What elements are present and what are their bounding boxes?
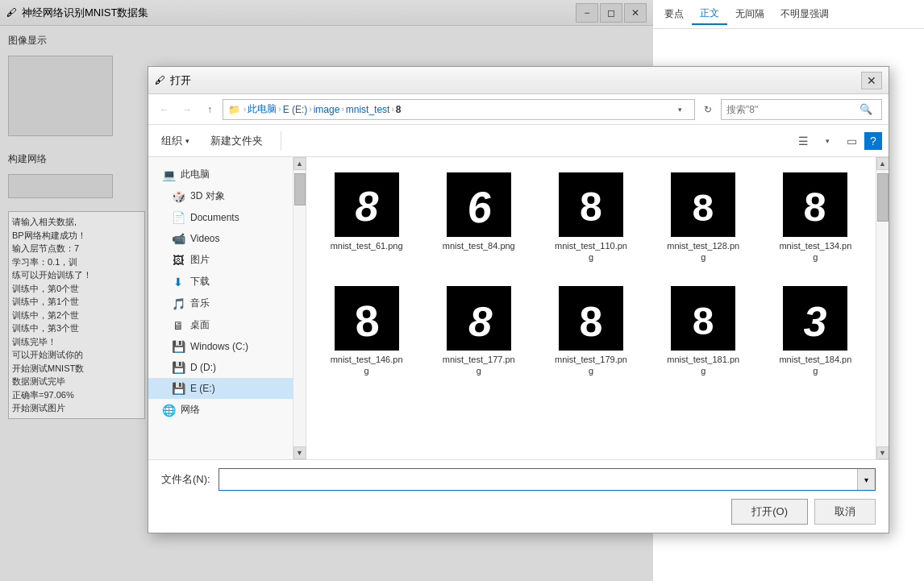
search-bar: 🔍 — [721, 99, 882, 120]
open-button[interactable]: 打开(O) — [731, 499, 808, 525]
sidebar-item-d-label: D (D:) — [190, 362, 216, 373]
file-open-dialog: 🖋 打开 ✕ ← → ↑ 📁 › 此电脑 › E (E:) › image › … — [148, 66, 889, 533]
sidebar-item-computer-label: 此电脑 — [181, 168, 210, 181]
sidebar-item-network-label: 网络 — [181, 403, 200, 417]
nav-up-button[interactable]: ↑ — [200, 100, 219, 119]
file-item-8[interactable]: 8 mnist_test_181.png — [651, 279, 755, 384]
filename-dropdown-button[interactable]: ▾ — [857, 469, 875, 490]
file-thumbnail-8: 8 — [671, 286, 735, 351]
file-name-2: mnist_test_110.png — [555, 240, 627, 264]
breadcrumb-drive[interactable]: E (E:) — [283, 104, 308, 115]
scroll-up-button[interactable]: ▲ — [293, 157, 306, 170]
scroll-thumb-right — [877, 173, 889, 222]
scroll-up-right-button[interactable]: ▲ — [876, 157, 889, 170]
breadcrumb-computer[interactable]: 此电脑 — [248, 102, 277, 116]
dialog-footer: 文件名(N): ▾ 打开(O) 取消 — [148, 459, 889, 533]
sidebar-item-music-label: 音乐 — [190, 297, 210, 310]
sidebar-item-music[interactable]: 🎵 音乐 — [148, 293, 293, 314]
dialog-close-button[interactable]: ✕ — [861, 72, 882, 89]
dialog-title-left: 🖋 打开 — [155, 73, 191, 88]
sidebar-item-documents[interactable]: 📄 Documents — [148, 207, 293, 228]
network-icon: 🌐 — [161, 404, 176, 417]
footer-buttons: 打开(O) 取消 — [161, 499, 876, 525]
breadcrumb-current: 8 — [396, 104, 402, 115]
scroll-down-button-left[interactable]: ▼ — [293, 446, 306, 459]
file-item-9[interactable]: 3 mnist_test_184.png — [764, 279, 868, 384]
downloads-icon: ⬇ — [171, 276, 185, 288]
organize-button[interactable]: 组织 ▾ — [155, 131, 196, 151]
sidebar-item-pictures[interactable]: 🖼 图片 — [148, 249, 293, 271]
computer-icon: 💻 — [161, 168, 176, 181]
file-name-7: mnist_test_179.png — [555, 354, 627, 377]
breadcrumb-image[interactable]: image — [314, 104, 340, 115]
nav-forward-button[interactable]: → — [177, 100, 197, 119]
help-button[interactable]: ? — [864, 132, 882, 150]
documents-icon: 📄 — [171, 211, 185, 224]
sidebar-item-desktop[interactable]: 🖥 桌面 — [148, 314, 293, 336]
file-item-5[interactable]: 8 mnist_test_146.png — [314, 279, 418, 384]
sidebar-item-downloads-label: 下载 — [190, 275, 210, 288]
sidebar-item-d-drive[interactable]: 💾 D (D:) — [148, 357, 293, 378]
sidebar-item-3d[interactable]: 🎲 3D 对象 — [148, 185, 293, 207]
breadcrumb-dropdown-button[interactable]: ▾ — [670, 100, 689, 119]
toolbar-separator — [281, 131, 281, 151]
svg-text:3: 3 — [804, 298, 827, 345]
dialog-sidebar: 💻 此电脑 🎲 3D 对象 📄 Documents 📹 Videos 🖼 图片 … — [148, 157, 293, 459]
file-item-4[interactable]: 8 mnist_test_134.png — [764, 165, 868, 271]
sidebar-item-e-drive[interactable]: 💾 E (E:) — [148, 378, 293, 399]
new-folder-button[interactable]: 新建文件夹 — [202, 131, 271, 151]
organize-dropdown-icon: ▾ — [185, 137, 189, 145]
file-name-3: mnist_test_128.png — [667, 240, 739, 264]
right-toolbar: 要点 正文 无间隔 不明显强调 — [653, 0, 924, 29]
sidebar-item-documents-label: Documents — [190, 212, 239, 223]
file-thumbnail-3: 8 — [671, 172, 735, 237]
nav-refresh-button[interactable]: ↻ — [698, 100, 718, 119]
pane-icon: ▭ — [847, 135, 857, 147]
sidebar-item-computer[interactable]: 💻 此电脑 — [148, 164, 293, 185]
sidebar-item-3d-label: 3D 对象 — [190, 189, 225, 203]
toolbar-bumingxian[interactable]: 不明显强调 — [772, 4, 837, 24]
file-name-4: mnist_test_134.png — [779, 240, 851, 264]
file-name-1: mnist_test_84.png — [443, 240, 515, 251]
file-name-6: mnist_test_177.png — [443, 354, 515, 377]
sidebar-item-e-label: E (E:) — [190, 383, 215, 394]
sidebar-item-downloads[interactable]: ⬇ 下载 — [148, 271, 293, 293]
sidebar-item-network[interactable]: 🌐 网络 — [148, 399, 293, 421]
toolbar-wujiange[interactable]: 无间隔 — [727, 4, 772, 24]
nav-back-button[interactable]: ← — [155, 100, 174, 119]
file-item-1[interactable]: 6 mnist_test_84.png — [427, 165, 531, 271]
file-item-6[interactable]: 8 mnist_test_177.png — [427, 279, 531, 384]
file-item-2[interactable]: 8 mnist_test_110.png — [539, 165, 643, 271]
view-pane-button[interactable]: ▭ — [840, 130, 863, 152]
file-thumbnail-6: 8 — [447, 286, 511, 351]
music-icon: 🎵 — [171, 297, 185, 310]
file-item-3[interactable]: 8 mnist_test_128.png — [651, 165, 755, 271]
search-input[interactable] — [726, 104, 859, 115]
scroll-down-right-button[interactable]: ▼ — [876, 446, 889, 459]
file-grid-wrapper: 8 mnist_test_61.png 6 mnist_test_84. — [306, 157, 876, 459]
file-thumbnail-4: 8 — [783, 172, 847, 237]
sidebar-item-videos[interactable]: 📹 Videos — [148, 228, 293, 249]
toolbar-zhengwen[interactable]: 正文 — [692, 3, 727, 25]
toolbar-yaodian[interactable]: 要点 — [656, 4, 692, 24]
filename-input[interactable] — [219, 469, 857, 490]
scroll-thumb-left — [294, 173, 306, 205]
view-details-button[interactable]: ☰ — [792, 130, 814, 152]
d-drive-icon: 💾 — [171, 361, 185, 374]
sidebar-item-pictures-label: 图片 — [190, 253, 210, 267]
breadcrumb-mnist-test[interactable]: mnist_test — [346, 104, 390, 115]
file-area: ▲ ▼ 8 mn — [293, 157, 889, 459]
file-grid: 8 mnist_test_61.png 6 mnist_test_84. — [314, 165, 868, 384]
sidebar-item-c-drive[interactable]: 💾 Windows (C:) — [148, 336, 293, 357]
cancel-button[interactable]: 取消 — [814, 499, 876, 525]
view-dropdown-icon: ▾ — [826, 137, 830, 145]
dialog-icon: 🖋 — [155, 74, 165, 86]
videos-icon: 📹 — [171, 232, 185, 245]
file-item-0[interactable]: 8 mnist_test_61.png — [314, 165, 418, 271]
search-icon: 🔍 — [859, 103, 872, 115]
file-item-7[interactable]: 8 mnist_test_179.png — [539, 279, 643, 384]
file-thumbnail-9: 3 — [783, 286, 847, 351]
file-thumbnail-5: 8 — [335, 286, 399, 351]
svg-text:8: 8 — [353, 296, 381, 346]
view-dropdown-button[interactable]: ▾ — [816, 130, 839, 152]
